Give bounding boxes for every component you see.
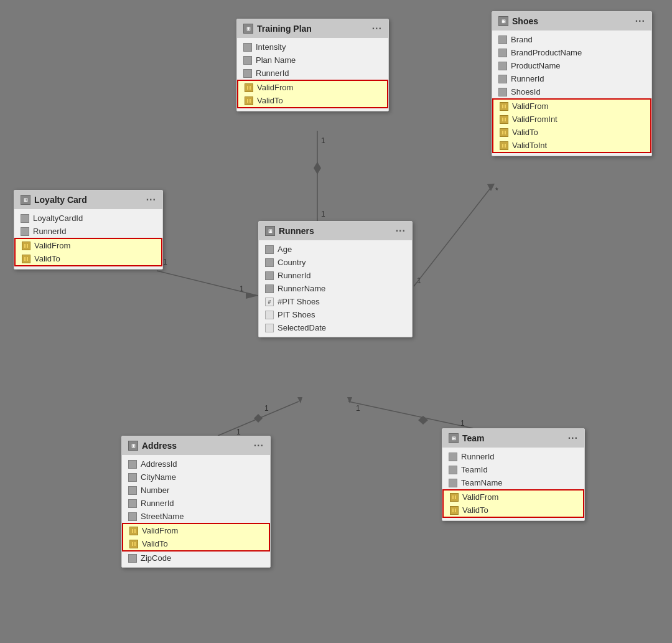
table-body-shoes: Brand BrandProductName ProductName Runne… <box>492 31 651 156</box>
table-grid-icon: ⊞ <box>498 16 508 26</box>
field-name: Number <box>141 486 169 495</box>
table-menu-dots[interactable]: ··· <box>254 440 264 451</box>
svg-line-5 <box>157 271 258 296</box>
table-row: ZipCode <box>122 551 270 565</box>
table-grid-icon: ⊞ <box>243 24 253 34</box>
svg-text:1: 1 <box>264 404 269 413</box>
table-row-highlighted: ValidTo <box>442 504 584 518</box>
table-grid-icon: ⊞ <box>128 441 138 451</box>
table-row: RunnerId <box>442 450 584 463</box>
table-row-highlighted: ValidTo <box>492 126 651 139</box>
table-body-team: RunnerId TeamId TeamName ValidFrom Valid… <box>442 448 584 520</box>
table-menu-dots[interactable]: ··· <box>635 16 645 27</box>
table-loyalty-card: ⊞ Loyalty Card ··· LoyaltyCardId RunnerI… <box>14 190 163 270</box>
svg-text:1: 1 <box>236 428 241 436</box>
field-name: StreetName <box>141 512 184 521</box>
field-icon <box>498 75 507 83</box>
table-menu-dots[interactable]: ··· <box>568 433 578 444</box>
table-header-training-plan: ⊞ Training Plan ··· <box>237 19 388 38</box>
svg-text:1: 1 <box>321 210 325 218</box>
field-icon <box>128 512 137 521</box>
table-row: PIT Shoes <box>259 308 412 321</box>
field-name: RunnerName <box>278 284 325 293</box>
table-menu-dots[interactable]: ··· <box>146 194 156 205</box>
table-header-runners: ⊞ Runners ··· <box>259 222 412 240</box>
field-icon <box>498 62 507 70</box>
table-team: ⊞ Team ··· RunnerId TeamId TeamName Vali… <box>442 428 585 521</box>
field-name: RunnerId <box>33 227 66 236</box>
field-name: ValidFrom <box>34 241 70 250</box>
table-menu-dots[interactable]: ··· <box>372 23 382 34</box>
field-icon <box>449 466 457 474</box>
field-icon-yellow <box>450 493 459 502</box>
field-icon-yellow <box>245 96 253 105</box>
field-name: ValidFromInt <box>512 115 558 124</box>
table-grid-icon: ⊞ <box>449 433 459 443</box>
field-icon-white <box>265 324 274 332</box>
field-icon-yellow <box>22 242 30 250</box>
table-row-highlighted: ValidTo <box>122 537 270 551</box>
field-icon-yellow <box>129 540 138 548</box>
table-row: AddressId <box>122 458 270 471</box>
table-row-highlighted: ValidFrom <box>122 523 270 537</box>
field-icon <box>243 56 252 65</box>
table-body-loyalty-card: LoyaltyCardId RunnerId ValidFrom ValidTo <box>14 209 162 269</box>
table-row: RunnerId <box>122 497 270 510</box>
field-icon <box>449 453 457 461</box>
table-row: SelectedDate <box>259 321 412 334</box>
table-row: Number <box>122 484 270 497</box>
field-icon-yellow <box>500 102 508 111</box>
field-icon-yellow <box>450 506 459 515</box>
table-title: Loyalty Card <box>34 195 87 205</box>
svg-text:*: * <box>495 186 498 195</box>
field-icon <box>498 35 507 44</box>
table-row: RunnerId <box>259 269 412 282</box>
table-row: Intensity <box>237 40 388 54</box>
table-grid-icon: ⊞ <box>265 226 275 236</box>
field-icon-yellow <box>500 115 508 124</box>
table-title: Runners <box>279 226 314 236</box>
field-icon <box>128 486 137 495</box>
field-name: BrandProductName <box>511 48 582 57</box>
table-menu-dots[interactable]: ··· <box>396 225 406 237</box>
field-icon <box>449 479 457 487</box>
field-name: ValidTo <box>512 128 538 137</box>
field-icon-yellow <box>500 141 508 150</box>
field-name: ValidFrom <box>512 101 548 111</box>
field-icon <box>265 245 274 254</box>
field-icon <box>128 473 137 482</box>
svg-marker-6 <box>246 293 258 299</box>
field-name: ZipCode <box>141 553 171 563</box>
field-name: ValidTo <box>462 505 488 515</box>
table-title: Address <box>142 441 177 451</box>
field-name: ValidTo <box>257 96 283 105</box>
field-name: ValidTo <box>142 539 168 548</box>
field-icon <box>498 49 507 57</box>
field-name: Intensity <box>256 42 286 52</box>
field-name: Country <box>278 258 306 267</box>
field-name: CityName <box>141 472 176 482</box>
svg-text:1: 1 <box>321 136 325 145</box>
field-icon <box>21 227 29 236</box>
table-row-highlighted: ValidTo <box>14 252 162 266</box>
field-icon <box>128 460 137 469</box>
field-icon <box>243 43 252 52</box>
field-icon-hash: # <box>265 298 274 306</box>
field-icon <box>498 88 507 96</box>
field-icon <box>243 69 252 78</box>
svg-text:1: 1 <box>417 276 421 285</box>
table-address: ⊞ Address ··· AddressId CityName Number … <box>121 436 271 568</box>
table-row: CityName <box>122 471 270 484</box>
table-body-runners: Age Country RunnerId RunnerName # #PIT S… <box>259 240 412 337</box>
field-name: RunnerId <box>141 499 174 508</box>
svg-text:1: 1 <box>460 419 465 428</box>
field-name: RunnerId <box>256 68 289 78</box>
table-body-address: AddressId CityName Number RunnerId Stree… <box>122 455 270 567</box>
field-icon-white <box>265 311 274 319</box>
svg-marker-2 <box>314 162 321 174</box>
table-row: LoyaltyCardId <box>14 212 162 225</box>
table-row-highlighted: ValidFrom <box>14 238 162 252</box>
table-row: RunnerId <box>14 225 162 238</box>
svg-marker-20 <box>418 416 428 425</box>
table-body-training-plan: Intensity Plan Name RunnerId ValidFrom V… <box>237 38 388 111</box>
